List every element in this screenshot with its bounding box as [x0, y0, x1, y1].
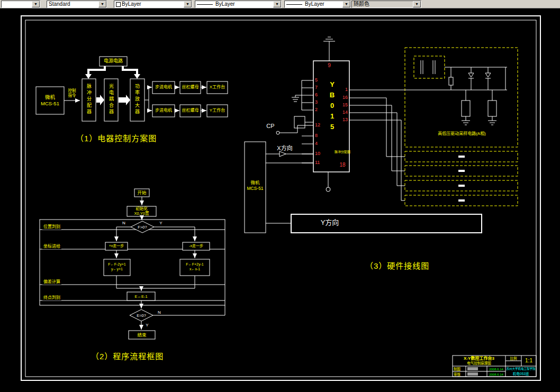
caption-diagram1: （1）电器控制方案图	[76, 132, 157, 143]
pin-right-1: 16	[338, 95, 348, 101]
pin-left-8: 10	[315, 151, 323, 157]
color-swatch-icon	[116, 2, 121, 7]
pulse-distributor-label: 脉冲分配器	[86, 84, 93, 115]
pin-right-4: 13	[338, 117, 348, 123]
linetype-combo-value: ByLayer	[215, 1, 235, 7]
flow-y1-label: Y	[158, 221, 164, 226]
linetype-sample-icon	[197, 4, 213, 5]
phase-a-circuit-label: 高低压驱动采样电路(A相)	[418, 131, 505, 136]
phase-label-endpoint: 终点判别	[42, 295, 61, 300]
linetype-combo[interactable]: ByLayer ▼	[195, 1, 282, 8]
flow-calc-left-label: F←F-2y+1 y←y+1	[104, 262, 130, 271]
phase-label-deviation: 偏差计算	[42, 279, 61, 285]
flow-calc-right-label: F←F+2y-1 x←x-1	[180, 262, 210, 271]
opto-coupler-label: 光电耦合器	[108, 84, 115, 115]
plotstyle-combo[interactable]: 随颜色 ▼	[351, 1, 421, 8]
pin-top-label: 9	[324, 62, 335, 69]
x-table-label: X工作台	[207, 85, 227, 90]
command-label: 控制 指令	[66, 88, 78, 98]
chip-sub-label: 脉冲分配器	[335, 150, 350, 154]
layer-combo[interactable]: ▼	[1, 1, 40, 8]
titleblock-org2: 机电053班	[506, 372, 536, 376]
pin-left-6: 8	[315, 133, 323, 139]
flow-n1-label: N	[121, 221, 127, 226]
flow-step-minus-label: -x走一步	[183, 244, 210, 249]
flow-start-label: 开始	[134, 190, 149, 196]
pin-left-4: 2	[315, 107, 323, 113]
pin-left-7: 4	[315, 141, 323, 147]
flow-decision2-label: E=0?	[131, 313, 152, 318]
flow-n2-label: N	[156, 310, 162, 315]
titleblock-title1: X-Y数控工作台3	[453, 356, 505, 361]
pin-right-3: 14	[338, 110, 348, 115]
phase-a-driver-box	[405, 48, 518, 206]
flow-step-plus-label: +x走一步	[105, 244, 128, 249]
y-direction-label: Y方向	[317, 218, 343, 227]
phase-label-position: 位置判别	[42, 224, 61, 230]
chevron-down-icon[interactable]: ▼	[273, 1, 281, 7]
drawing-geometry	[0, 0, 560, 392]
pin-left-3: 3	[315, 99, 323, 105]
titleblock-checked-date: 2008.6.14	[487, 373, 505, 377]
mcu3-label: 微机 MCS-51	[245, 180, 265, 191]
titleblock-org1: 苏州大学机电工程学院	[506, 367, 536, 371]
cp-label: CP	[265, 123, 276, 130]
flow-y2-label: Y	[144, 323, 150, 328]
chevron-down-icon[interactable]: ▼	[184, 1, 192, 7]
titleblock-drawn-label: 制图	[454, 367, 465, 371]
chip-name-label: YB015	[328, 80, 336, 133]
lineweight-combo[interactable]: ByLayer ▼	[284, 1, 351, 8]
properties-toolbar: ▼ Standard ▼ ByLayer ▼ ByLayer ▼ ByLayer…	[0, 0, 560, 8]
caption-diagram2: （2）程序流程框图	[91, 350, 164, 361]
chevron-down-icon[interactable]: ▼	[98, 1, 106, 7]
y-table-label: Y工作台	[207, 108, 227, 113]
titleblock-scale-value: 1:1	[522, 358, 536, 364]
pin-left-5: 12	[315, 122, 323, 128]
pin-left-0: 5	[315, 77, 323, 83]
leadscrew-y-label: 丝杠螺母	[180, 108, 200, 113]
phase-label-feed: 坐标进给	[42, 244, 61, 249]
text-style-combo-value: Standard	[49, 1, 70, 7]
plotstyle-combo-value: 随颜色	[354, 1, 369, 7]
flow-decision1-label: F>0?	[132, 225, 153, 230]
pin-bottom-label: 18	[336, 162, 349, 169]
x-direction-label: X方向	[273, 145, 296, 152]
stepper-motor-x-label: 步进电机	[153, 85, 174, 90]
titleblock-scale-label: 比例	[506, 357, 521, 361]
pin-left-9: 11	[315, 160, 323, 166]
lineweight-combo-value: ByLayer	[305, 1, 324, 7]
power-circuit-label: 电源电路	[100, 58, 127, 64]
flow-end-label: 结束	[129, 332, 155, 338]
stepper-motor-y-label: 步进电机	[153, 108, 174, 113]
color-combo-value: ByLayer	[122, 1, 141, 7]
flow-init-label: 初始化 X0,Y0置	[127, 207, 156, 216]
power-amp-label: 功率放大器	[134, 84, 141, 115]
pin-right-2: 15	[338, 102, 348, 108]
titleblock-title2: 电气控制原理图	[453, 361, 505, 366]
text-style-combo[interactable]: Standard ▼	[47, 1, 107, 8]
titleblock-drawn-date: 2008.6.14	[487, 368, 505, 372]
mcu-label: 微机 MCS-51	[37, 94, 64, 107]
drawing-canvas[interactable]: 电源电路 微机 MCS-51 控制 指令 脉冲分配器 光电耦合器 功率放大器 步…	[0, 0, 560, 392]
pin-left-2: 6	[315, 92, 323, 98]
chevron-down-icon[interactable]: ▼	[342, 1, 350, 7]
chevron-down-icon[interactable]: ▼	[32, 1, 40, 7]
flow-counter-label: E←E-1	[127, 294, 155, 299]
chevron-down-icon[interactable]: ▼	[413, 1, 421, 7]
leadscrew-x-label: 丝杠螺母	[180, 85, 200, 90]
pin-left-1: 7	[315, 85, 323, 90]
color-combo[interactable]: ByLayer ▼	[114, 1, 192, 8]
pin-right-0: 1	[338, 87, 348, 93]
titleblock-checked-label: 审核	[454, 372, 465, 377]
caption-diagram3: （3）硬件接线图	[365, 260, 429, 271]
lineweight-sample-icon	[286, 4, 302, 5]
